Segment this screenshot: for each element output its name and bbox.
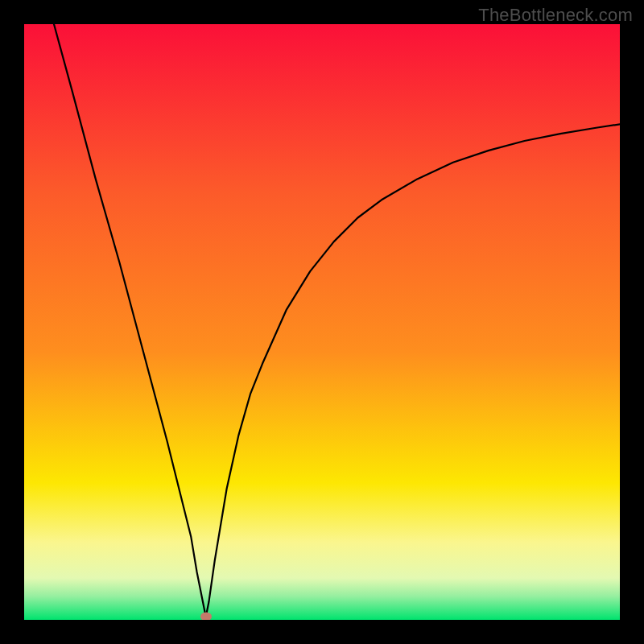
- plot-area: [24, 24, 620, 620]
- watermark-text: TheBottleneck.com: [478, 5, 633, 26]
- chart-frame: TheBottleneck.com: [0, 0, 644, 644]
- bottleneck-curve: [24, 24, 620, 620]
- minimum-marker-icon: [200, 613, 212, 620]
